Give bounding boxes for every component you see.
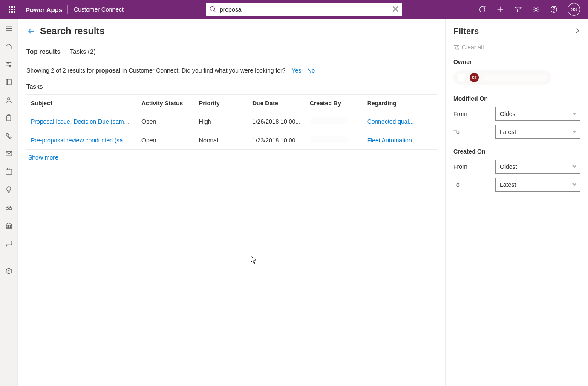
task-due: 1/23/2018 10:00... <box>248 131 306 150</box>
show-more-link[interactable]: Show more <box>26 150 60 165</box>
global-search-box[interactable] <box>206 3 402 16</box>
task-status: Open <box>137 131 195 150</box>
header-actions: SS <box>478 3 585 16</box>
person-icon[interactable] <box>1 94 17 106</box>
task-status: Open <box>137 112 195 131</box>
settings-sliders-icon[interactable] <box>1 58 17 70</box>
svg-rect-8 <box>14 11 15 13</box>
svg-rect-29 <box>7 115 11 120</box>
created-from-label: From <box>453 163 487 170</box>
created-from-select[interactable]: Oldest <box>495 160 580 174</box>
tasks-table: Subject Activity Status Priority Due Dat… <box>26 94 437 150</box>
task-priority: Normal <box>195 131 248 150</box>
modified-from-label: From <box>453 110 487 117</box>
search-input[interactable] <box>216 6 392 13</box>
svg-rect-26 <box>6 79 11 84</box>
collapse-filters-icon[interactable] <box>574 28 580 35</box>
task-regarding-link[interactable]: Connected qual... <box>367 118 414 125</box>
task-subject-link[interactable]: Proposal Issue, Decision Due (sampl... <box>31 118 133 125</box>
svg-rect-5 <box>14 9 15 10</box>
back-arrow-icon[interactable] <box>26 26 36 36</box>
svg-rect-38 <box>6 241 12 244</box>
svg-rect-1 <box>11 6 13 8</box>
user-avatar[interactable]: SS <box>568 3 580 16</box>
mail-icon[interactable] <box>1 148 17 160</box>
svg-point-36 <box>6 207 9 210</box>
svg-rect-32 <box>6 169 12 174</box>
help-icon[interactable] <box>550 5 558 14</box>
task-created-by <box>306 131 363 150</box>
gear-icon[interactable] <box>532 5 540 14</box>
created-to-select[interactable]: Latest <box>495 178 580 192</box>
clear-all-label: Clear all <box>462 44 484 51</box>
filters-title: Filters <box>453 26 479 36</box>
binoculars-icon[interactable] <box>1 201 17 213</box>
clear-all-filters[interactable]: Clear all <box>453 44 580 51</box>
chat-icon[interactable] <box>1 237 17 249</box>
target-icon[interactable] <box>478 5 487 14</box>
svg-marker-40 <box>454 46 459 50</box>
results-summary-suffix: in Customer Connect. Did you find what y… <box>121 67 286 74</box>
book-icon[interactable] <box>1 76 17 88</box>
results-summary-prefix: Showing 2 of 2 results for <box>26 67 95 74</box>
filters-panel: Filters Clear all Owner SS Modified On F… <box>445 19 588 386</box>
environment-name[interactable]: Customer Connect <box>68 6 130 13</box>
svg-rect-4 <box>11 9 13 10</box>
col-regarding[interactable]: Regarding <box>363 95 437 112</box>
col-activity-status[interactable]: Activity Status <box>137 95 195 112</box>
clear-filter-icon <box>453 44 459 50</box>
svg-point-28 <box>8 97 10 100</box>
svg-rect-7 <box>11 11 13 13</box>
section-tasks-title: Tasks <box>26 83 437 90</box>
nav-separator <box>3 257 15 257</box>
svg-rect-2 <box>14 6 15 8</box>
col-created-by[interactable]: Created By <box>306 95 363 112</box>
filter-icon[interactable] <box>514 5 522 14</box>
filter-owner-label: Owner <box>453 58 580 65</box>
clipboard-icon[interactable] <box>1 112 17 124</box>
feedback-no-link[interactable]: No <box>307 67 315 74</box>
hamburger-icon[interactable] <box>1 22 17 34</box>
svg-rect-0 <box>9 6 10 8</box>
phone-icon[interactable] <box>1 130 17 142</box>
table-row[interactable]: Pre-proposal review conducted (sa... Ope… <box>26 131 437 150</box>
filter-created-label: Created On <box>453 148 580 155</box>
filter-modified-label: Modified On <box>453 95 580 102</box>
owner-checkbox[interactable] <box>458 74 465 81</box>
add-icon[interactable] <box>496 5 504 14</box>
results-summary: Showing 2 of 2 results for proposal in C… <box>26 67 437 74</box>
bank-icon[interactable] <box>1 219 17 231</box>
search-icon <box>210 6 216 13</box>
cube-icon[interactable] <box>1 265 17 277</box>
svg-point-16 <box>535 8 537 10</box>
left-nav <box>0 19 18 386</box>
tab-tasks[interactable]: Tasks (2) <box>70 45 96 58</box>
svg-marker-15 <box>515 7 521 12</box>
created-to-label: To <box>453 181 487 188</box>
app-name: Power Apps <box>20 6 67 13</box>
owner-name <box>483 75 547 81</box>
col-subject[interactable]: Subject <box>26 95 137 112</box>
col-due-date[interactable]: Due Date <box>248 95 306 112</box>
task-subject-link[interactable]: Pre-proposal review conducted (sa... <box>31 137 128 144</box>
modified-to-label: To <box>453 128 487 135</box>
tab-top-results[interactable]: Top results <box>26 45 61 58</box>
calendar-icon[interactable] <box>1 165 17 177</box>
modified-to-select[interactable]: Latest <box>495 125 580 139</box>
svg-point-18 <box>553 11 554 12</box>
feedback-yes-link[interactable]: Yes <box>291 67 301 74</box>
results-tabs: Top results Tasks (2) <box>26 45 437 58</box>
modified-from-select[interactable]: Oldest <box>495 107 580 121</box>
page-title: Search results <box>40 26 105 37</box>
task-regarding-link[interactable]: Fleet Automation <box>367 137 412 144</box>
table-row[interactable]: Proposal Issue, Decision Due (sampl... O… <box>26 112 437 131</box>
owner-filter-row[interactable]: SS <box>453 70 551 85</box>
waffle-icon[interactable] <box>3 6 20 13</box>
task-priority: High <box>195 112 248 131</box>
search-clear-icon[interactable] <box>392 6 399 14</box>
lightbulb-icon[interactable] <box>1 183 17 195</box>
svg-rect-3 <box>9 9 10 10</box>
home-icon[interactable] <box>1 40 17 52</box>
col-priority[interactable]: Priority <box>195 95 248 112</box>
owner-avatar: SS <box>470 73 479 82</box>
